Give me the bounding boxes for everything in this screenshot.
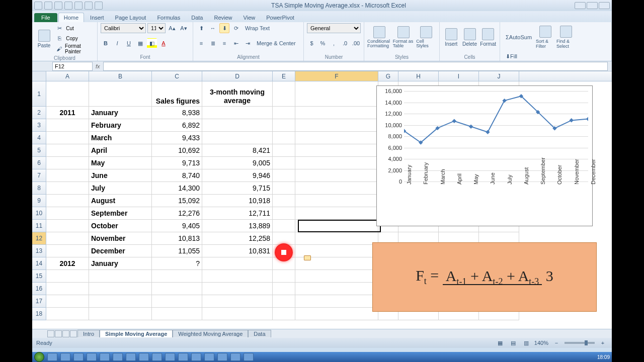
cell-F9[interactable] — [295, 195, 378, 207]
tab-review[interactable]: Review — [209, 13, 237, 22]
wrap-text-button[interactable]: Wrap Text — [243, 23, 272, 33]
cell-E3[interactable] — [273, 119, 295, 132]
cell-F2[interactable] — [295, 107, 378, 119]
cell-F3[interactable] — [295, 119, 378, 132]
cell-A2[interactable]: 2011 — [46, 107, 89, 119]
cell-B14[interactable]: January — [89, 257, 152, 270]
column-header-A[interactable]: A — [46, 71, 89, 81]
paste-button[interactable]: Paste — [35, 25, 53, 53]
cell-C1[interactable]: Sales figures — [152, 81, 202, 107]
taskbar-app-icon[interactable] — [204, 353, 214, 361]
print-icon[interactable] — [74, 2, 83, 10]
align-middle-button[interactable]: ↔ — [208, 23, 218, 33]
save-icon[interactable] — [44, 2, 52, 10]
cell-F10[interactable] — [295, 207, 378, 220]
cell-D17[interactable] — [202, 295, 273, 308]
tab-nav-next[interactable] — [62, 330, 69, 337]
cell-D18[interactable] — [202, 308, 273, 320]
cell-E2[interactable] — [273, 107, 295, 119]
cell-A18[interactable] — [46, 308, 89, 320]
name-box[interactable]: F12 — [52, 62, 93, 71]
tab-data[interactable]: Data — [186, 13, 208, 22]
cell-F6[interactable] — [295, 157, 378, 169]
cell-B9[interactable]: August — [89, 195, 152, 207]
row-header-2[interactable]: 2 — [32, 107, 46, 119]
cell-D14[interactable] — [202, 257, 273, 270]
cell-D6[interactable]: 9,005 — [202, 157, 273, 169]
cell-A9[interactable] — [46, 195, 89, 207]
cell-C18[interactable] — [152, 308, 202, 320]
format-painter-button[interactable]: 🖌 — [54, 44, 63, 54]
font-color-button[interactable]: A — [158, 38, 169, 48]
cell-E8[interactable] — [273, 182, 295, 195]
tab-nav-first[interactable] — [47, 330, 54, 337]
view-pagebreak-button[interactable]: ▥ — [521, 338, 531, 348]
taskbar-app-icon[interactable] — [178, 353, 188, 361]
italic-button[interactable]: I — [112, 38, 122, 48]
insert-cells-button[interactable]: Insert — [443, 23, 460, 51]
cell-B11[interactable]: October — [89, 220, 152, 232]
comma-button[interactable]: , — [329, 38, 339, 48]
cell-C6[interactable]: 9,713 — [152, 157, 202, 169]
minimize-button[interactable] — [575, 2, 586, 9]
cut-button[interactable]: ✂ — [54, 23, 64, 33]
cell-C14[interactable]: ? — [152, 257, 202, 270]
cell-E10[interactable] — [273, 207, 295, 220]
column-header-F[interactable]: F — [295, 71, 378, 81]
underline-button[interactable]: U — [124, 38, 134, 48]
cell-F7[interactable] — [295, 169, 378, 182]
orientation-button[interactable]: ⟳ — [231, 23, 241, 33]
sort-filter-button[interactable]: Sort & Filter — [536, 23, 555, 51]
row-header-9[interactable]: 9 — [32, 195, 46, 207]
cell-E1[interactable] — [273, 81, 295, 107]
cell-A15[interactable] — [46, 270, 89, 283]
cell-E5[interactable] — [273, 144, 295, 157]
cell-A3[interactable] — [46, 119, 89, 132]
row-header-14[interactable]: 14 — [32, 257, 46, 270]
cell-B6[interactable]: May — [89, 157, 152, 169]
cell-C9[interactable]: 15,092 — [152, 195, 202, 207]
cell-B13[interactable]: December — [89, 245, 152, 257]
paste-options-icon[interactable] — [304, 255, 311, 260]
row-header-1[interactable]: 1 — [32, 81, 46, 107]
autosum-button[interactable]: Σ AutoSum — [503, 32, 534, 42]
open-icon[interactable] — [95, 2, 103, 10]
cell-C7[interactable]: 8,740 — [152, 169, 202, 182]
cell-C3[interactable]: 6,892 — [152, 119, 202, 132]
border-button[interactable]: ▦ — [135, 38, 145, 48]
cell-A6[interactable] — [46, 157, 89, 169]
cell-C17[interactable] — [152, 295, 202, 308]
cell-C4[interactable]: 9,433 — [152, 132, 202, 144]
cell-A12[interactable] — [46, 232, 89, 245]
row-header-8[interactable]: 8 — [32, 182, 46, 195]
cell-E11[interactable] — [273, 220, 295, 232]
decrease-decimal-button[interactable]: .00 — [351, 38, 361, 48]
sheet-tab[interactable]: Data — [248, 330, 271, 337]
align-bottom-button[interactable]: ⬇ — [219, 23, 229, 33]
align-right-button[interactable]: ≡ — [219, 38, 229, 48]
cell-A4[interactable] — [46, 132, 89, 144]
cell-D4[interactable] — [202, 132, 273, 144]
row-header-5[interactable]: 5 — [32, 144, 46, 157]
conditional-formatting-button[interactable]: Conditional Formatting — [367, 23, 391, 51]
cell-D16[interactable] — [202, 283, 273, 295]
cell-B4[interactable]: March — [89, 132, 152, 144]
increase-font-button[interactable]: A▴ — [167, 23, 177, 33]
taskbar-app-icon[interactable] — [113, 353, 123, 361]
cell-D12[interactable]: 12,258 — [202, 232, 273, 245]
row-header-7[interactable]: 7 — [32, 169, 46, 182]
merge-center-button[interactable]: Merge & Center — [254, 38, 298, 48]
cell-B15[interactable] — [89, 270, 152, 283]
cell-C5[interactable]: 10,692 — [152, 144, 202, 157]
tab-file[interactable]: File — [34, 13, 57, 22]
zoom-out-button[interactable]: − — [551, 338, 561, 348]
cell-A14[interactable]: 2012 — [46, 257, 89, 270]
start-button[interactable] — [34, 352, 44, 362]
cell-D11[interactable]: 13,889 — [202, 220, 273, 232]
cell-A10[interactable] — [46, 207, 89, 220]
cell-F1[interactable] — [295, 81, 378, 107]
select-all-corner[interactable] — [32, 71, 46, 81]
zoom-slider[interactable] — [565, 342, 595, 344]
cell-E18[interactable] — [273, 308, 295, 320]
row-header-6[interactable]: 6 — [32, 157, 46, 169]
